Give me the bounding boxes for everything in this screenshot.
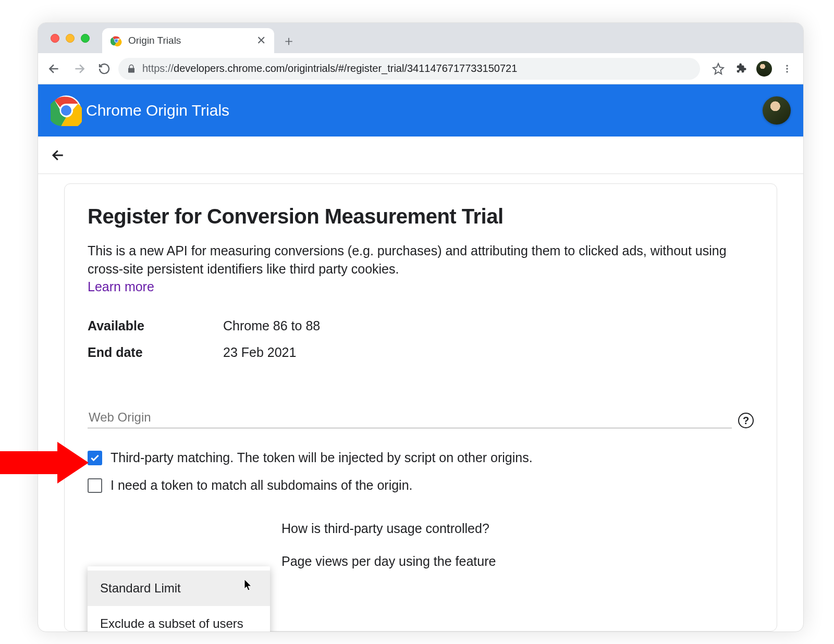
chrome-menu-button[interactable]: [776, 58, 798, 80]
extensions-button[interactable]: [730, 58, 752, 80]
svg-marker-0: [0, 442, 89, 484]
subdomains-label: I need a token to match all subdomains o…: [111, 478, 413, 493]
close-tab-button[interactable]: ✕: [256, 34, 266, 47]
content-area: Register for Conversion Measurement Tria…: [38, 174, 803, 631]
browser-tab[interactable]: Origin Trials ✕: [102, 28, 274, 53]
url-text: https://developers.chrome.com/origintria…: [142, 63, 517, 75]
page-title: Register for Conversion Measurement Tria…: [88, 205, 754, 228]
pageviews-label: Page views per day using the feature: [281, 554, 496, 569]
browser-window: Origin Trials ✕ ＋ https://developers.chr…: [38, 22, 804, 632]
available-value: Chrome 86 to 88: [223, 318, 320, 333]
third-party-label: Third-party matching. The token will be …: [111, 450, 533, 465]
svg-point-4: [786, 65, 788, 66]
menu-item-exclude-users[interactable]: Exclude a subset of users: [88, 606, 270, 632]
svg-point-5: [786, 68, 788, 69]
available-label: Available: [88, 318, 223, 333]
close-window-button[interactable]: [51, 34, 59, 43]
web-origin-input[interactable]: [88, 407, 732, 428]
window-controls: [45, 23, 102, 53]
usage-question: How is third-party usage controlled?: [281, 521, 489, 536]
user-avatar[interactable]: [763, 96, 791, 125]
chrome-favicon-icon: [111, 35, 122, 46]
tab-title: Origin Trials: [128, 35, 250, 46]
svg-point-3: [115, 39, 118, 42]
cursor-icon: [244, 579, 253, 591]
subdomains-checkbox[interactable]: [88, 478, 102, 493]
tab-strip: Origin Trials ✕ ＋: [38, 23, 803, 53]
profile-button[interactable]: [753, 58, 775, 80]
avatar-icon: [756, 61, 772, 77]
forward-button[interactable]: [68, 58, 90, 80]
address-bar[interactable]: https://developers.chrome.com/origintria…: [118, 58, 700, 80]
help-icon[interactable]: ?: [738, 413, 754, 428]
callout-arrow-icon: [0, 442, 89, 484]
back-button[interactable]: [43, 58, 65, 80]
app-title: Chrome Origin Trials: [86, 102, 229, 119]
learn-more-link[interactable]: Learn more: [88, 279, 154, 294]
reload-button[interactable]: [93, 58, 115, 80]
end-date-value: 23 Feb 2021: [223, 345, 296, 360]
new-tab-button[interactable]: ＋: [278, 30, 299, 51]
svg-point-9: [61, 105, 71, 116]
page-back-row: [38, 137, 803, 174]
page-back-button[interactable]: [51, 147, 66, 163]
chrome-logo-icon: [51, 95, 82, 126]
app-header: Chrome Origin Trials: [38, 84, 803, 137]
third-party-checkbox[interactable]: [88, 451, 102, 465]
lock-icon: [127, 64, 136, 73]
minimize-window-button[interactable]: [66, 34, 75, 43]
browser-toolbar: https://developers.chrome.com/origintria…: [38, 53, 803, 84]
bookmark-button[interactable]: [707, 58, 729, 80]
maximize-window-button[interactable]: [81, 34, 90, 43]
menu-item-standard-limit[interactable]: Standard Limit: [88, 571, 270, 606]
svg-point-6: [786, 71, 788, 72]
end-date-label: End date: [88, 345, 223, 360]
registration-card: Register for Conversion Measurement Tria…: [64, 183, 777, 631]
page-description: This is a new API for measuring conversi…: [88, 242, 754, 278]
usage-limit-dropdown: Standard Limit Exclude a subset of users: [88, 566, 270, 632]
